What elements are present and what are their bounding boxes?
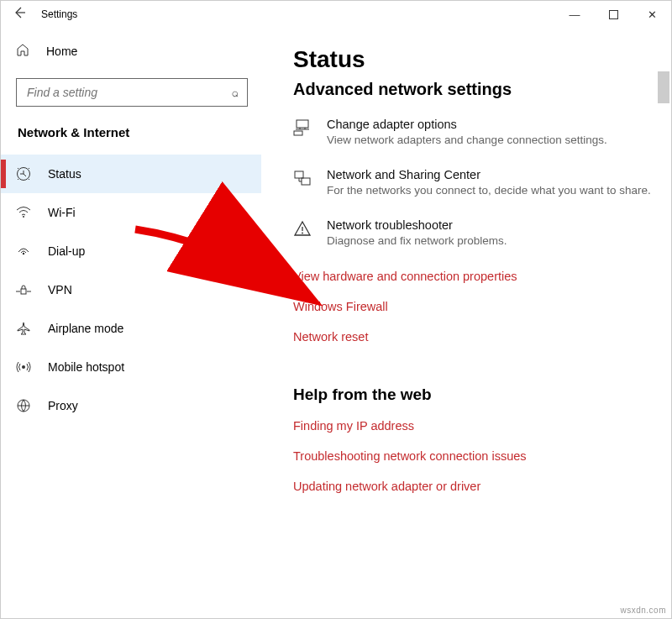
sidebar: Home ⌕ Network & Internet Status Wi-Fi bbox=[1, 28, 261, 618]
help-link-ip[interactable]: Finding my IP address bbox=[293, 419, 656, 433]
setting-desc: For the networks you connect to, decide … bbox=[327, 183, 656, 198]
scrollbar[interactable] bbox=[658, 71, 669, 103]
nav-item-hotspot[interactable]: Mobile hotspot bbox=[1, 348, 261, 386]
airplane-icon bbox=[16, 322, 31, 335]
titlebar: Settings — ✕ bbox=[1, 1, 671, 28]
back-icon[interactable] bbox=[13, 6, 26, 23]
section-heading: Advanced network settings bbox=[293, 80, 656, 99]
nav-item-vpn[interactable]: VPN bbox=[1, 270, 261, 309]
warning-icon bbox=[293, 218, 312, 240]
sharing-icon bbox=[293, 168, 312, 190]
hotspot-icon bbox=[16, 360, 31, 374]
setting-title: Network and Sharing Center bbox=[327, 168, 656, 181]
help-heading: Help from the web bbox=[293, 386, 656, 404]
proxy-icon bbox=[16, 399, 31, 412]
home-icon bbox=[16, 43, 29, 60]
setting-title: Network troubleshooter bbox=[327, 218, 656, 232]
setting-sharing-center[interactable]: Network and Sharing Center For the netwo… bbox=[293, 168, 656, 198]
home-button[interactable]: Home bbox=[1, 34, 261, 68]
nav-item-proxy[interactable]: Proxy bbox=[1, 386, 261, 425]
search-input[interactable] bbox=[25, 85, 232, 100]
nav-item-dialup[interactable]: Dial-up bbox=[1, 232, 261, 270]
nav-item-wifi[interactable]: Wi-Fi bbox=[1, 193, 261, 232]
main-pane: Status Advanced network settings Change … bbox=[261, 28, 671, 618]
svg-point-2 bbox=[23, 216, 24, 218]
nav-label: VPN bbox=[48, 283, 72, 296]
watermark: wsxdn.com bbox=[620, 606, 666, 615]
home-label: Home bbox=[46, 45, 77, 58]
help-link-troubleshoot[interactable]: Troubleshooting network connection issue… bbox=[293, 449, 656, 463]
nav-label: Proxy bbox=[48, 399, 78, 412]
nav-item-airplane[interactable]: Airplane mode bbox=[1, 309, 261, 348]
svg-point-3 bbox=[23, 253, 24, 254]
link-hardware-properties[interactable]: View hardware and connection properties bbox=[293, 270, 656, 283]
search-box[interactable]: ⌕ bbox=[16, 78, 248, 107]
nav-label: Status bbox=[48, 167, 81, 181]
page-title: Status bbox=[293, 46, 656, 73]
svg-point-11 bbox=[302, 233, 303, 234]
svg-rect-9 bbox=[295, 171, 303, 178]
setting-title: Change adapter options bbox=[327, 118, 656, 131]
wifi-icon bbox=[16, 207, 31, 218]
setting-adapter-options[interactable]: Change adapter options View network adap… bbox=[293, 118, 656, 148]
nav-label: Dial-up bbox=[48, 244, 85, 258]
minimize-button[interactable]: — bbox=[555, 1, 594, 28]
setting-desc: View network adapters and change connect… bbox=[327, 133, 656, 148]
link-network-reset[interactable]: Network reset bbox=[293, 330, 656, 344]
search-icon: ⌕ bbox=[232, 86, 239, 99]
section-title: Network & Internet bbox=[1, 125, 261, 155]
svg-rect-10 bbox=[302, 178, 310, 185]
svg-point-5 bbox=[22, 365, 25, 369]
help-link-driver[interactable]: Updating network adapter or driver bbox=[293, 480, 656, 493]
window-title: Settings bbox=[41, 8, 77, 20]
svg-rect-4 bbox=[21, 289, 26, 294]
dialup-icon bbox=[16, 245, 31, 257]
nav-item-status[interactable]: Status bbox=[1, 155, 261, 193]
maximize-button[interactable] bbox=[594, 1, 633, 28]
svg-rect-0 bbox=[609, 10, 617, 18]
status-icon bbox=[16, 166, 31, 181]
link-windows-firewall[interactable]: Windows Firewall bbox=[293, 300, 656, 313]
nav-label: Wi-Fi bbox=[48, 206, 76, 219]
adapter-icon bbox=[293, 118, 312, 139]
setting-desc: Diagnose and fix network problems. bbox=[327, 233, 656, 249]
nav-label: Airplane mode bbox=[48, 322, 123, 335]
nav-label: Mobile hotspot bbox=[48, 360, 124, 374]
svg-rect-8 bbox=[294, 131, 302, 135]
close-button[interactable]: ✕ bbox=[633, 1, 671, 28]
svg-rect-7 bbox=[297, 120, 308, 128]
setting-troubleshooter[interactable]: Network troubleshooter Diagnose and fix … bbox=[293, 218, 656, 249]
vpn-icon bbox=[16, 284, 31, 296]
